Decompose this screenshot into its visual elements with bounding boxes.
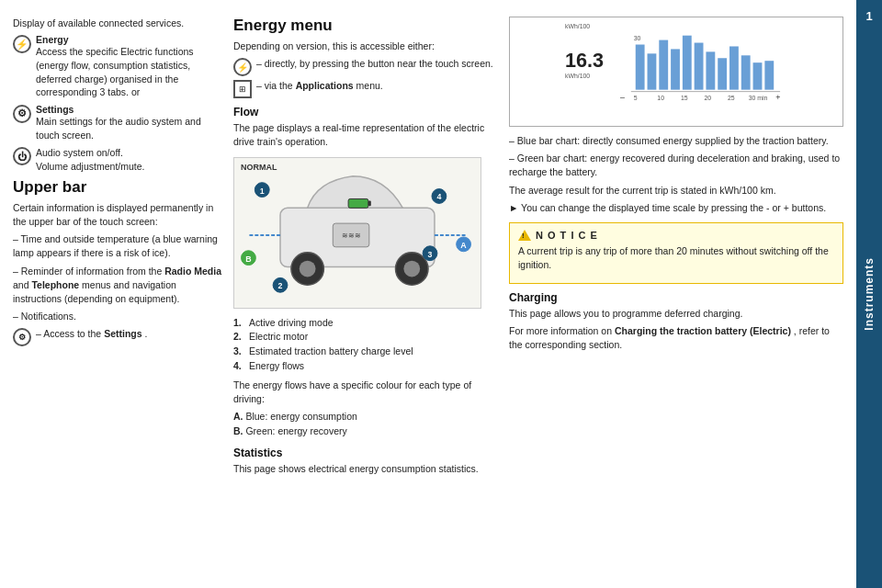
svg-rect-26 [636, 45, 645, 90]
svg-text:15: 15 [681, 95, 688, 101]
applications-bold: Applications [296, 80, 354, 91]
svg-text:20: 20 [704, 95, 711, 101]
power-symbol: ⏻ [17, 152, 27, 162]
audio-icon: ⏻ [13, 147, 31, 165]
statistics-desc: This page shows electrical energy consum… [233, 462, 500, 476]
charging-p2: For more information on Charging the tra… [509, 324, 843, 352]
access-text: – Access to the [36, 328, 104, 339]
svg-rect-30 [683, 36, 692, 90]
upper-bar-p2: – Time and outside temperature (a blue w… [13, 232, 224, 260]
svg-text:B: B [245, 254, 251, 263]
list-item-1: 1.Active driving mode [233, 316, 500, 331]
energy-menu-title: Energy menu [233, 17, 500, 35]
svg-text:16.3: 16.3 [565, 49, 604, 72]
audio-text-block: Audio system on/off. Volume adjustment/m… [36, 146, 144, 173]
svg-text:10: 10 [657, 95, 664, 101]
right-column: kWh/100 16.3 kWh/100 [509, 17, 843, 579]
bullet2-text: – via the Applications menu. [256, 79, 383, 93]
svg-text:kWh/100: kWh/100 [565, 23, 590, 29]
svg-rect-34 [729, 46, 739, 89]
svg-rect-9 [348, 198, 368, 208]
settings-period: . [144, 328, 147, 339]
settings-desc: Main settings for the audio system and t… [36, 115, 224, 141]
alpha-item-a: A. Blue: energy consumption [233, 410, 500, 424]
notice-text: A current trip is any trip of more than … [518, 244, 834, 272]
charging-p2-text: For more information on [509, 325, 615, 336]
chart-area: kWh/100 16.3 kWh/100 [509, 17, 843, 127]
flow-normal-label: NORMAL [241, 163, 277, 172]
energy-row: ⚡ Energy Access the specific Electric fu… [13, 34, 224, 99]
charging-p1: This page allows you to programme deferr… [509, 307, 843, 321]
svg-text:2: 2 [278, 281, 283, 290]
svg-text:+: + [775, 93, 780, 102]
alpha-item-b: B. Green: energy recovery [233, 424, 500, 439]
upper-bar-bold1: Radio Media [164, 266, 221, 277]
audio-line1: Audio system on/off. [36, 146, 144, 160]
energy-text-block: Energy Access the specific Electric func… [36, 34, 224, 99]
flow-desc: The page displays a real-time representa… [233, 121, 500, 149]
svg-text:kWh/100: kWh/100 [565, 73, 590, 79]
left-column: Display of available connected services.… [13, 17, 224, 579]
list-item-3: 3.Estimated traction battery charge leve… [233, 345, 500, 359]
upper-bar-p1: Certain information is displayed permane… [13, 201, 224, 229]
sidebar-chapter-number: 1 [865, 9, 872, 23]
chart-desc4: ► You can change the displayed time scal… [509, 201, 843, 215]
svg-rect-37 [764, 61, 774, 89]
svg-text:1: 1 [260, 186, 265, 195]
settings-bold: Settings [104, 328, 141, 339]
upper-bar-and: and [13, 279, 31, 290]
alpha-list: A. Blue: energy consumption B. Green: en… [233, 410, 500, 439]
charging-title: Charging [509, 291, 843, 304]
flow-diagram: NORMAL ≋≋≋ [233, 157, 481, 309]
middle-column: Energy menu Depending on version, this i… [233, 17, 500, 579]
settings-access-text: – Access to the Settings . [36, 327, 147, 341]
svg-rect-36 [753, 62, 763, 89]
svg-rect-32 [706, 51, 715, 89]
svg-rect-28 [659, 40, 668, 90]
svg-rect-35 [741, 55, 751, 89]
audio-row: ⏻ Audio system on/off. Volume adjustment… [13, 146, 224, 173]
sidebar-chapter-label: Instruments [863, 257, 876, 331]
grid-icon: ⊞ [233, 80, 252, 98]
main-content: Display of available connected services.… [0, 0, 856, 588]
energy-menu-intro: Depending on version, this is accessible… [233, 40, 500, 53]
upper-bar-title: Upper bar [13, 178, 224, 197]
svg-point-2 [403, 260, 420, 277]
svg-text:3: 3 [428, 249, 433, 258]
svg-rect-29 [671, 49, 680, 89]
gear-symbol-2: ⚙ [18, 333, 26, 342]
svg-rect-27 [648, 53, 657, 89]
colour-intro: The energy flows have a specific colour … [233, 379, 500, 406]
settings-label: Settings [36, 104, 224, 115]
intro-text: Display of available connected services. [13, 17, 224, 30]
audio-line2: Volume adjustment/mute. [36, 160, 144, 174]
svg-point-4 [300, 260, 316, 277]
statistics-title: Statistics [233, 447, 500, 459]
settings-access-row: ⚙ – Access to the Settings . [13, 327, 224, 346]
svg-text:–: – [620, 93, 625, 102]
svg-rect-10 [368, 200, 371, 206]
flow-numbered-list: 1.Active driving mode 2.Electric motor 3… [233, 316, 500, 374]
notice-triangle-icon [518, 230, 531, 241]
bolt-symbol-2: ⚡ [237, 62, 248, 73]
svg-text:5: 5 [634, 95, 638, 101]
chart-desc2: – Green bar chart: energy recovered duri… [509, 152, 843, 179]
bullet2-row: ⊞ – via the Applications menu. [233, 79, 500, 98]
bolt-symbol: ⚡ [16, 39, 28, 51]
energy-label: Energy [36, 34, 224, 45]
chart-desc3: The average result for the current trip … [509, 184, 843, 198]
svg-text:30: 30 [634, 35, 641, 41]
notice-title: N O T I C E [536, 230, 598, 241]
svg-text:≋≋≋: ≋≋≋ [342, 232, 361, 240]
energy-button-icon: ⚡ [233, 58, 252, 76]
upper-bar-p3-text: – Reminder of information from the [13, 266, 164, 277]
upper-bar-bold2: Telephone [31, 279, 79, 290]
energy-desc: Access the specific Electric functions (… [36, 45, 224, 99]
svg-text:4: 4 [436, 192, 441, 201]
sidebar: 1 Instruments [856, 0, 882, 588]
notice-box: N O T I C E A current trip is any trip o… [509, 222, 843, 283]
energy-icon: ⚡ [13, 35, 31, 53]
flow-title: Flow [233, 106, 500, 119]
settings-text-block: Settings Main settings for the audio sys… [36, 104, 224, 141]
upper-bar-p3: – Reminder of information from the Radio… [13, 265, 224, 307]
